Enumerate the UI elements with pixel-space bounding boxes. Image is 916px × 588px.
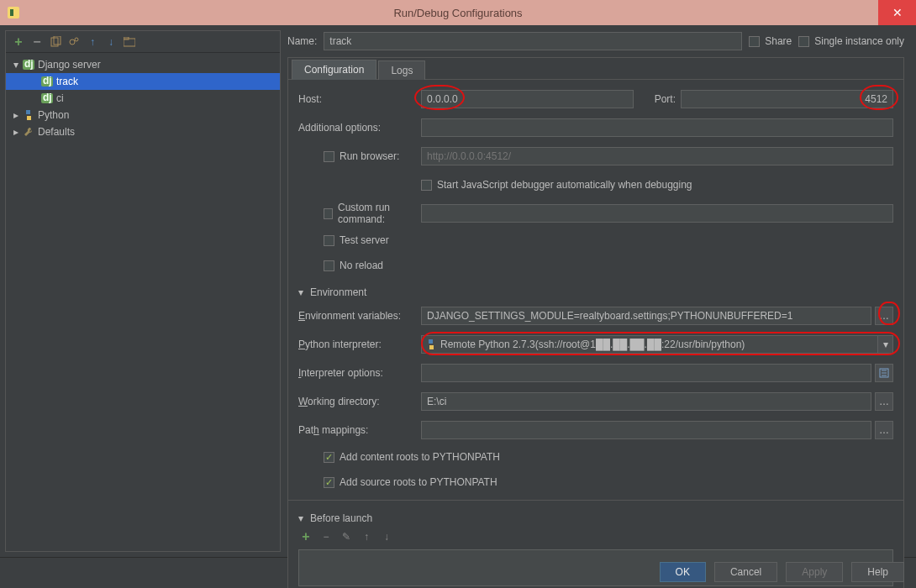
- path-mappings-label: Path mappings:: [298, 424, 421, 436]
- add-icon[interactable]: +: [298, 529, 313, 544]
- custom-run-label: Custom run command:: [338, 202, 421, 225]
- js-debugger-checkbox[interactable]: Start JavaScript debugger automatically …: [421, 179, 692, 191]
- content-roots-label: Add content roots to PYTHONPATH: [340, 451, 500, 463]
- cancel-button[interactable]: Cancel: [714, 562, 777, 582]
- edit-icon[interactable]: ✎: [339, 529, 354, 544]
- python-icon: [425, 339, 437, 350]
- tab-logs[interactable]: Logs: [378, 60, 425, 80]
- expand-arrow-icon: ▾: [11, 59, 21, 71]
- interp-options-label: Interpreter options:: [298, 367, 421, 379]
- settings-icon[interactable]: [66, 34, 82, 50]
- copy-icon[interactable]: [48, 34, 63, 50]
- svg-text:dj: dj: [43, 76, 52, 87]
- django-icon: dj: [39, 93, 55, 103]
- custom-run-checkbox[interactable]: Custom run command:: [324, 202, 421, 225]
- content-roots-checkbox[interactable]: Add content roots to PYTHONPATH: [324, 451, 500, 463]
- configurations-tree-pane: + − ↑ ↓ ▾ dj Django server dj track dj c…: [5, 30, 281, 552]
- move-down-icon[interactable]: ↓: [103, 34, 118, 50]
- tree-node-defaults[interactable]: ▸ Defaults: [6, 123, 280, 140]
- share-label: Share: [765, 35, 792, 47]
- titlebar: Run/Debug Configurations ✕: [0, 0, 916, 25]
- config-tree: ▾ dj Django server dj track dj ci ▸ Pyth…: [6, 53, 280, 551]
- add-icon[interactable]: +: [11, 34, 26, 50]
- run-browser-input[interactable]: [421, 147, 893, 165]
- environment-section-header[interactable]: ▾Environment: [298, 286, 893, 298]
- tree-label: ci: [55, 92, 64, 104]
- svg-point-5: [75, 38, 78, 41]
- test-server-label: Test server: [340, 234, 389, 246]
- working-dir-label: Working directory:: [298, 396, 421, 407]
- host-input[interactable]: [421, 90, 634, 108]
- no-reload-label: No reload: [340, 260, 383, 271]
- django-icon: dj: [21, 60, 36, 70]
- name-label: Name:: [287, 35, 317, 47]
- move-down-icon[interactable]: ↓: [379, 529, 394, 544]
- move-up-icon[interactable]: ↑: [85, 34, 100, 50]
- working-dir-input[interactable]: [421, 392, 871, 411]
- expand-button[interactable]: [875, 364, 893, 382]
- path-mappings-browse-button[interactable]: …: [875, 421, 893, 439]
- port-label: Port:: [634, 93, 681, 105]
- collapse-arrow-icon: ▸: [11, 109, 21, 121]
- run-browser-checkbox[interactable]: Run browser:: [324, 150, 421, 162]
- collapse-arrow-icon: ▸: [11, 126, 21, 138]
- working-dir-browse-button[interactable]: …: [875, 392, 893, 411]
- env-vars-label: Environment variables:: [298, 310, 421, 322]
- interpreter-value: Remote Python 2.7.3(ssh://root@1██.██.██…: [440, 339, 745, 350]
- close-button[interactable]: ✕: [878, 0, 916, 25]
- svg-point-4: [70, 39, 75, 45]
- help-button[interactable]: Help: [851, 562, 904, 582]
- additional-options-input[interactable]: [421, 118, 893, 137]
- apply-button[interactable]: Apply: [786, 562, 843, 582]
- config-form-pane: Name: Share Single instance only Configu…: [281, 30, 911, 552]
- interpreter-select[interactable]: Remote Python 2.7.3(ssh://root@1██.██.██…: [421, 335, 893, 354]
- tab-configuration[interactable]: Configuration: [292, 60, 376, 80]
- move-up-icon[interactable]: ↑: [359, 529, 374, 544]
- pycharm-icon: [7, 6, 20, 19]
- remove-icon[interactable]: −: [318, 529, 334, 544]
- chevron-down-icon: ▾: [877, 336, 892, 353]
- single-instance-label: Single instance only: [814, 35, 904, 47]
- js-debugger-label: Start JavaScript debugger automatically …: [437, 179, 692, 191]
- tree-label: Defaults: [36, 126, 75, 138]
- custom-run-input[interactable]: [421, 204, 893, 223]
- svg-text:dj: dj: [43, 93, 52, 103]
- folder-icon[interactable]: [122, 34, 137, 50]
- before-launch-header[interactable]: ▾Before launch: [298, 512, 893, 524]
- port-input[interactable]: [681, 90, 893, 108]
- source-roots-checkbox[interactable]: Add source roots to PYTHONPATH: [324, 476, 497, 488]
- wrench-icon: [21, 126, 36, 138]
- host-label: Host:: [298, 93, 421, 105]
- share-checkbox[interactable]: Share: [749, 35, 792, 47]
- source-roots-label: Add source roots to PYTHONPATH: [340, 476, 497, 488]
- ok-button[interactable]: OK: [660, 562, 706, 582]
- python-icon: [21, 109, 36, 121]
- single-instance-checkbox[interactable]: Single instance only: [798, 35, 904, 47]
- tree-node-track[interactable]: dj track: [6, 73, 280, 90]
- tree-node-python[interactable]: ▸ Python: [6, 107, 280, 123]
- run-browser-label: Run browser:: [340, 150, 399, 162]
- path-mappings-input[interactable]: [421, 421, 871, 439]
- config-tabs: Configuration Logs: [288, 58, 903, 80]
- before-launch-label: Before launch: [310, 512, 372, 524]
- tree-label: Python: [36, 109, 69, 121]
- interpreter-label: Python interpreter:: [298, 339, 421, 350]
- env-vars-browse-button[interactable]: …: [875, 307, 893, 325]
- remove-icon[interactable]: −: [29, 34, 45, 50]
- tree-toolbar: + − ↑ ↓: [6, 31, 280, 53]
- tree-node-ci[interactable]: dj ci: [6, 90, 280, 107]
- additional-options-label: Additional options:: [298, 122, 421, 134]
- env-vars-input[interactable]: [421, 307, 871, 325]
- test-server-checkbox[interactable]: Test server: [324, 234, 389, 246]
- django-icon: dj: [39, 76, 55, 87]
- window-title: Run/Debug Configurations: [393, 7, 522, 19]
- name-input[interactable]: [324, 32, 742, 50]
- no-reload-checkbox[interactable]: No reload: [324, 260, 383, 271]
- tree-label: track: [55, 76, 78, 87]
- interp-options-input[interactable]: [421, 364, 871, 382]
- environment-label: Environment: [310, 286, 366, 298]
- svg-text:dj: dj: [24, 60, 34, 70]
- svg-rect-1: [10, 9, 13, 16]
- tree-label: Django server: [36, 59, 101, 71]
- tree-node-django-server[interactable]: ▾ dj Django server: [6, 56, 280, 73]
